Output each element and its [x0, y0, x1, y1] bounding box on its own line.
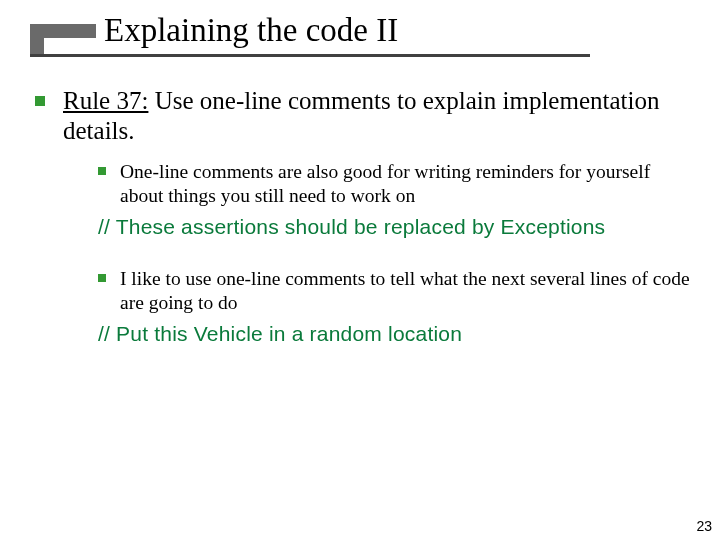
title-decor-bar-small	[30, 38, 44, 54]
title-underline	[30, 54, 590, 57]
square-bullet-icon	[35, 96, 45, 106]
page-number: 23	[696, 518, 712, 534]
slide-body: Rule 37: Use one-line comments to explai…	[0, 62, 720, 346]
sub-text: I like to use one-line comments to tell …	[120, 267, 690, 316]
square-bullet-icon	[98, 167, 106, 175]
bullet-level2: One-line comments are also good for writ…	[98, 160, 690, 209]
sub-text: One-line comments are also good for writ…	[120, 160, 690, 209]
code-comment: // These assertions should be replaced b…	[98, 215, 690, 239]
rule-line: Rule 37: Use one-line comments to explai…	[63, 86, 690, 146]
bullet-level2: I like to use one-line comments to tell …	[98, 267, 690, 316]
code-comment: // Put this Vehicle in a random location	[98, 322, 690, 346]
square-bullet-icon	[98, 274, 106, 282]
title-region: Explaining the code II	[0, 0, 720, 62]
rule-text: Use one-line comments to explain impleme…	[63, 87, 659, 144]
slide-title: Explaining the code II	[104, 12, 398, 49]
bullet-level1: Rule 37: Use one-line comments to explai…	[35, 86, 690, 146]
rule-label: Rule 37:	[63, 87, 148, 114]
title-decor-bar	[30, 24, 96, 38]
sub-list: One-line comments are also good for writ…	[98, 160, 690, 209]
sub-list: I like to use one-line comments to tell …	[98, 267, 690, 316]
